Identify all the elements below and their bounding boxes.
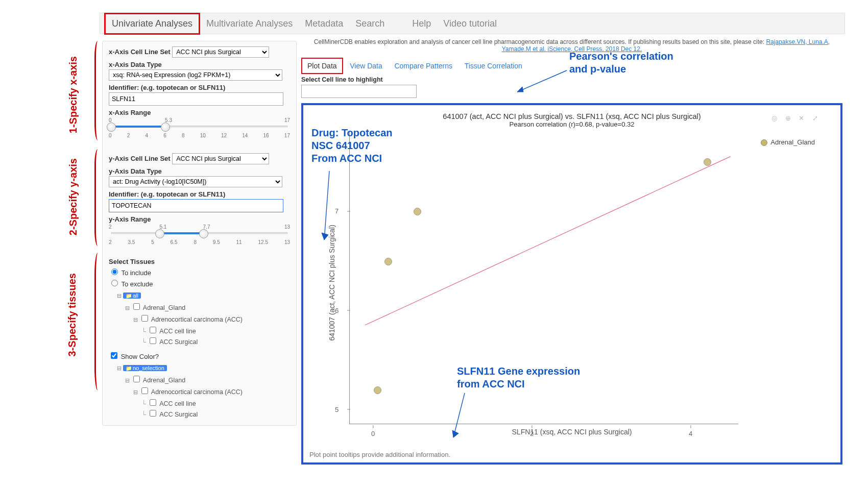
x-cellset-select[interactable]: ACC NCI plus Surgical	[172, 46, 269, 58]
plot-footer: Plot point tooltips provide additional i…	[309, 451, 450, 458]
plot-legend: Adrenal_Gland	[761, 138, 815, 146]
tree-root-all: all	[123, 292, 141, 299]
x-datatype-label: x-Axis Data Type	[109, 61, 162, 68]
chk-acc-surg[interactable]	[150, 337, 156, 344]
tab-help[interactable]: Help	[406, 14, 437, 33]
side-label-y: 2-Specify y-axis	[67, 158, 79, 235]
subtab-compare[interactable]: Compare Patterns	[389, 59, 457, 73]
anno-pearson: Pearson's correlationand p-value	[569, 50, 673, 76]
anno-drug: Drug: TopotecanNSC 641007From ACC NCI	[311, 127, 393, 165]
svg-line-1	[517, 70, 567, 92]
x-range-slider[interactable]: 05.317 024681012141617	[109, 118, 290, 144]
x-cellset-label: x-Axis Cell Line Set	[109, 48, 171, 56]
side-label-tissues: 3-Specify tissues	[66, 273, 78, 356]
svg-marker-6	[452, 430, 459, 437]
chk-show-color[interactable]	[111, 352, 117, 359]
x-range-label: x-Axis Range	[109, 109, 151, 116]
tissue-tree-color[interactable]: no_selection Adrenal_Gland Adrenocortica…	[109, 363, 290, 419]
anno-slfn: SLFN11 Gene expressionfrom ACC NCI	[457, 365, 580, 391]
brace-icon	[94, 41, 101, 140]
data-point[interactable]	[384, 258, 392, 265]
y-cellset-select[interactable]: ACC NCI plus Surgical	[172, 153, 269, 164]
tree-root-nosel: no_selection	[123, 365, 167, 371]
svg-line-5	[453, 393, 465, 437]
tab-metadata[interactable]: Metadata	[299, 14, 349, 33]
cellhi-input[interactable]	[301, 85, 417, 98]
tissue-tree-include[interactable]: all Adrenal_Gland Adrenocortical carcino…	[109, 291, 290, 347]
y-range-label: y-Axis Range	[109, 215, 151, 223]
tab-video[interactable]: Video tutorial	[437, 14, 503, 33]
x-datatype-select[interactable]: xsq: RNA-seq Expression (log2 FPKM+1)	[109, 69, 282, 81]
chk-adrenal[interactable]	[133, 303, 140, 310]
cellhi-label: Select Cell line to highlight	[301, 76, 842, 83]
y-range-slider[interactable]: 25.17.713 23.556.589.51112.513	[109, 225, 290, 251]
radio-exclude[interactable]	[111, 280, 118, 286]
data-point[interactable]	[704, 158, 711, 166]
config-panel: x-Axis Cell Line Set ACC NCI plus Surgic…	[102, 41, 297, 426]
subtab-plot-data[interactable]: Plot Data	[301, 58, 343, 74]
slider-thumb-hi[interactable]	[161, 123, 170, 132]
radio-include[interactable]	[111, 269, 118, 275]
y-datatype-select[interactable]: act: Drug Activity (-log10[IC50M])	[109, 176, 282, 187]
slider-thumb-hi[interactable]	[199, 229, 208, 238]
legend-dot-icon	[761, 139, 767, 146]
svg-marker-4	[322, 233, 328, 240]
top-navbar: Univariate Analyses Multivariate Analyse…	[100, 13, 845, 34]
svg-marker-2	[517, 87, 523, 92]
y-cellset-label: y-Axis Cell Line Set	[109, 155, 171, 162]
tab-search[interactable]: Search	[349, 14, 391, 33]
brace-icon	[94, 149, 101, 246]
y-ident-label: Identifier: (e.g. topotecan or SLFN11)	[109, 190, 225, 198]
x-axis-label: SLFN11 (xsq, ACC NCI plus Surgical)	[512, 428, 632, 436]
y-ident-input[interactable]	[109, 199, 283, 212]
svg-line-0	[365, 157, 730, 325]
subtab-view-data[interactable]: View Data	[345, 59, 388, 73]
svg-line-3	[324, 171, 329, 240]
tab-multivariate[interactable]: Multivariate Analyses	[200, 14, 299, 33]
tab-univariate[interactable]: Univariate Analyses	[104, 13, 200, 35]
chk-acc-line[interactable]	[150, 327, 156, 333]
slider-thumb-lo[interactable]	[107, 123, 116, 132]
slider-thumb-lo[interactable]	[155, 229, 164, 238]
x-ident-label: Identifier: (e.g. topotecan or SLFN11)	[109, 84, 225, 91]
y-datatype-label: y-Axis Data Type	[109, 167, 162, 175]
side-label-x: 1-Specify x-axis	[67, 56, 79, 133]
plot-toolbar[interactable]: ◎ ⊕ ✕ ⤢	[771, 114, 821, 122]
x-ident-input[interactable]	[109, 92, 283, 106]
tissues-header: Select Tissues	[109, 258, 290, 265]
plot-title: 641007 (act, ACC NCI plus Surgical) vs. …	[314, 112, 830, 120]
brace-icon	[94, 253, 101, 391]
chk-acc[interactable]	[141, 315, 148, 322]
